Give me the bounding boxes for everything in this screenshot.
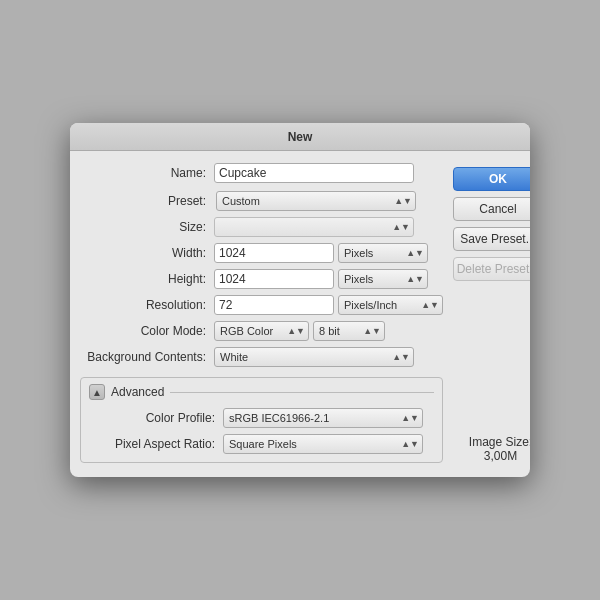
advanced-header: ▲ Advanced [89, 384, 434, 400]
image-size-label: Image Size: [469, 435, 530, 449]
width-unit-select[interactable]: Pixels [338, 243, 428, 263]
background-select[interactable]: White [214, 347, 414, 367]
save-preset-button[interactable]: Save Preset... [453, 227, 530, 251]
name-label: Name: [80, 166, 210, 180]
form-area: Name: Preset: Custom ▲▼ Size: [80, 163, 443, 463]
size-label: Size: [80, 220, 210, 234]
background-row: Background Contents: White ▲▼ [80, 347, 443, 367]
size-row: Size: ▲▼ [80, 217, 443, 237]
new-dialog: New Name: Preset: Custom ▲▼ Size: [70, 123, 530, 477]
color-profile-label: Color Profile: [89, 411, 219, 425]
preset-label: Preset: [80, 194, 210, 208]
height-unit-select[interactable]: Pixels [338, 269, 428, 289]
height-input[interactable] [214, 269, 334, 289]
dialog-title: New [70, 123, 530, 151]
bit-depth-wrap: 8 bit ▲▼ [313, 321, 385, 341]
image-size-value: 3,00M [484, 449, 517, 463]
resolution-unit-wrap: Pixels/Inch ▲▼ [338, 295, 443, 315]
ok-button[interactable]: OK [453, 167, 530, 191]
color-profile-wrap: sRGB IEC61966-2.1 ▲▼ [223, 408, 423, 428]
image-size-area: Image Size: 3,00M [453, 423, 530, 463]
color-profile-select[interactable]: sRGB IEC61966-2.1 [223, 408, 423, 428]
width-row: Width: Pixels ▲▼ [80, 243, 443, 263]
color-mode-wrap: RGB Color ▲▼ [214, 321, 309, 341]
title-text: New [288, 130, 313, 144]
pixel-aspect-label: Pixel Aspect Ratio: [89, 437, 219, 451]
size-select[interactable] [214, 217, 414, 237]
bit-depth-select[interactable]: 8 bit [313, 321, 385, 341]
height-label: Height: [80, 272, 210, 286]
pixel-aspect-row: Pixel Aspect Ratio: Square Pixels ▲▼ [89, 434, 434, 454]
advanced-divider [170, 392, 434, 393]
pixel-aspect-select[interactable]: Square Pixels [223, 434, 423, 454]
color-mode-row: Color Mode: RGB Color ▲▼ 8 bit ▲▼ [80, 321, 443, 341]
buttons-area: OK Cancel Save Preset... Delete Preset..… [453, 163, 530, 463]
advanced-section: ▲ Advanced Color Profile: sRGB IEC61966-… [80, 377, 443, 463]
cancel-button[interactable]: Cancel [453, 197, 530, 221]
width-input[interactable] [214, 243, 334, 263]
width-label: Width: [80, 246, 210, 260]
resolution-label: Resolution: [80, 298, 210, 312]
width-unit-wrap: Pixels ▲▼ [338, 243, 428, 263]
color-profile-row: Color Profile: sRGB IEC61966-2.1 ▲▼ [89, 408, 434, 428]
color-mode-label: Color Mode: [80, 324, 210, 338]
size-select-wrap: ▲▼ [214, 217, 414, 237]
name-input[interactable] [214, 163, 414, 183]
advanced-toggle-button[interactable]: ▲ [89, 384, 105, 400]
preset-select-wrap: Custom ▲▼ [216, 191, 416, 211]
resolution-input[interactable] [214, 295, 334, 315]
preset-row: Preset: Custom ▲▼ [80, 191, 443, 211]
height-row: Height: Pixels ▲▼ [80, 269, 443, 289]
name-row: Name: [80, 163, 443, 183]
color-mode-select[interactable]: RGB Color [214, 321, 309, 341]
background-label: Background Contents: [80, 350, 210, 364]
advanced-title: Advanced [111, 385, 164, 399]
background-wrap: White ▲▼ [214, 347, 414, 367]
delete-preset-button[interactable]: Delete Preset... [453, 257, 530, 281]
resolution-unit-select[interactable]: Pixels/Inch [338, 295, 443, 315]
resolution-row: Resolution: Pixels/Inch ▲▼ [80, 295, 443, 315]
preset-select[interactable]: Custom [216, 191, 416, 211]
height-unit-wrap: Pixels ▲▼ [338, 269, 428, 289]
pixel-aspect-wrap: Square Pixels ▲▼ [223, 434, 423, 454]
